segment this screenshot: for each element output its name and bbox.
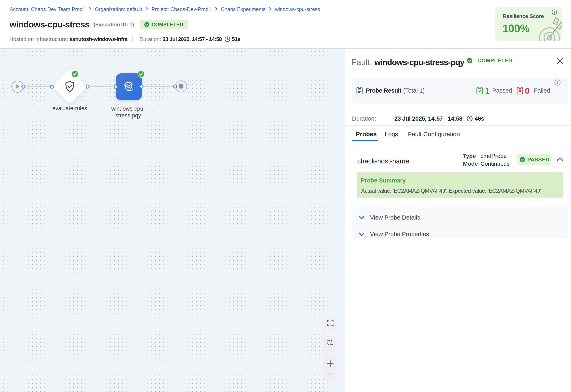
svg-text:evaluate-rules: evaluate-rules [52, 105, 87, 112]
svg-text:windows-cpu-: windows-cpu- [111, 106, 145, 112]
svg-text:stress-pqy: stress-pqy [116, 112, 141, 119]
